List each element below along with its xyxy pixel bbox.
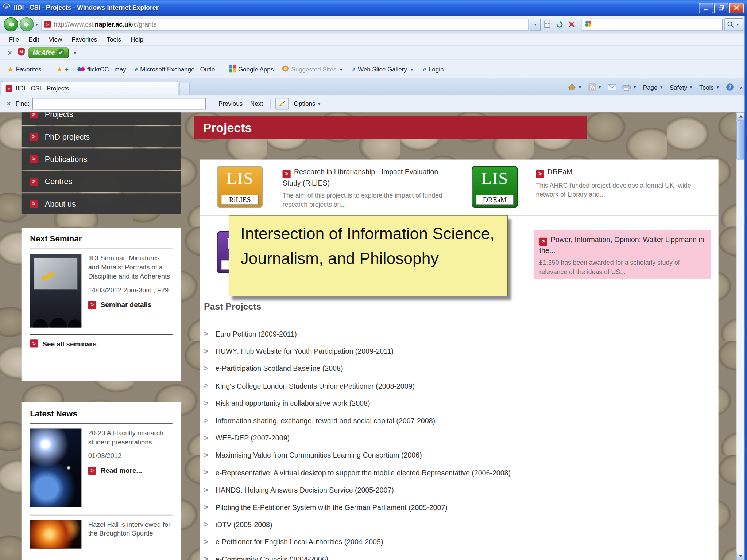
favorites-bar-item-login[interactable]: Login — [419, 64, 447, 75]
past-project-label: Maximising Value from Communities Learni… — [216, 451, 422, 459]
project-description: The aim of this project is to explore th… — [283, 191, 445, 209]
forward-button[interactable] — [20, 17, 34, 31]
menu-help[interactable]: Help — [126, 34, 147, 44]
rilies-logo[interactable]: LIS RiLIES — [217, 166, 263, 208]
address-dropdown-button[interactable]: ▾ — [530, 18, 541, 30]
arrow-icon — [283, 170, 291, 178]
find-previous-button[interactable]: Previous — [216, 98, 245, 109]
past-project-link[interactable]: King's College London Students Union ePe… — [204, 377, 711, 395]
sidebar-item-publications[interactable]: Publications — [22, 149, 181, 170]
favorites-bar-item-flickrcc[interactable]: flickrCC - may — [74, 64, 129, 75]
past-project-link[interactable]: e-Representative: A virtual desktop to s… — [204, 464, 711, 481]
past-project-link[interactable]: Information sharing, exchange, reward an… — [204, 412, 711, 429]
favorites-bar-item-exchange[interactable]: Microsoft Exchange - Outlo... — [131, 64, 223, 75]
past-project-link[interactable]: WEB-DEP (2007-2009) — [204, 429, 711, 447]
read-mail-button[interactable] — [605, 82, 619, 92]
google-icon — [585, 20, 592, 29]
favorites-bar-item-suggested-sites[interactable]: Suggested Sites ▾ — [279, 63, 347, 75]
divider — [30, 249, 173, 249]
safety-menu-button[interactable]: Safety▾ — [667, 82, 696, 93]
menu-view[interactable]: View — [44, 34, 66, 44]
latest-news-heading: Latest News — [30, 409, 173, 419]
search-box[interactable] — [582, 18, 723, 30]
scrollbar-up-button[interactable] — [736, 112, 744, 120]
print-button[interactable]: ▾ — [620, 82, 639, 93]
project-title-link[interactable]: Power, Information, Opinion: Walter Lipp… — [539, 235, 705, 255]
mcafee-toolbar: × M McAfee ▾ — [0, 46, 747, 60]
project-title-link[interactable]: DREaM — [536, 167, 705, 178]
minimize-button[interactable] — [699, 3, 713, 13]
refresh-button[interactable] — [553, 18, 565, 31]
back-button[interactable] — [4, 17, 18, 31]
highlight-all-button[interactable] — [275, 98, 289, 109]
page-menu-button[interactable]: Page▾ — [640, 82, 666, 93]
past-project-link[interactable]: e-Participation Scotland Baseline (2008) — [204, 360, 711, 377]
sidebar-item-centres[interactable]: Centres — [22, 171, 181, 192]
menu-file[interactable]: File — [5, 34, 23, 44]
google-apps-icon — [229, 65, 236, 74]
scrollbar-thumb[interactable] — [736, 120, 744, 159]
find-close-icon[interactable]: × — [5, 100, 13, 108]
favorites-bar-item-web-slice-gallery[interactable]: Web Slice Gallery ▾ — [349, 64, 418, 75]
past-project-link[interactable]: Euro Petition (2009-2011) — [204, 325, 711, 343]
chevron-down-icon: ▾ — [632, 85, 637, 89]
chevron-down-icon: ▾ — [533, 22, 538, 27]
read-more-link[interactable]: Read more... — [88, 466, 173, 475]
stop-button[interactable] — [565, 18, 578, 31]
next-seminar-heading: Next Seminar — [30, 234, 173, 244]
past-projects-heading: Past Projects — [204, 302, 711, 312]
feeds-button[interactable]: ▾ — [586, 81, 605, 93]
sidebar-item-label: PhD projects — [45, 132, 90, 141]
past-project-link[interactable]: HANDS: Helping Answers Decision Service … — [204, 481, 711, 499]
flickr-icon — [77, 66, 85, 73]
past-project-link[interactable]: Piloting the E-Petitioner System with th… — [204, 498, 711, 516]
past-project-link[interactable]: HUWY: Hub Website for Youth Participatio… — [204, 343, 711, 360]
find-input[interactable] — [35, 100, 203, 107]
add-to-favorites-button[interactable]: ★ + — [53, 64, 72, 75]
mcafee-dropdown-chevron[interactable]: ▾ — [73, 50, 78, 55]
compatibility-view-button[interactable] — [541, 18, 553, 31]
sidebar-item-label: Centres — [45, 177, 72, 186]
sidebar-item-projects[interactable]: Projects — [22, 112, 181, 125]
ie-logo-icon: e — [3, 3, 11, 13]
find-options-button[interactable]: Options▾ — [291, 98, 324, 109]
toolbar-close-icon[interactable]: × — [6, 48, 14, 57]
close-button[interactable] — [729, 3, 744, 13]
mcafee-siteadvisor-button[interactable]: McAfee — [28, 47, 69, 58]
sidebar-item-about-us[interactable]: About us — [22, 193, 181, 214]
past-project-link[interactable]: iDTV (2005-2008) — [204, 516, 711, 533]
vertical-scrollbar[interactable] — [736, 112, 744, 560]
dream-logo[interactable]: LIS DREaM — [472, 166, 518, 208]
restore-button[interactable] — [714, 3, 728, 13]
project-card-dream: DREaM This AHRC-funded project develops … — [536, 167, 705, 199]
past-project-link[interactable]: Risk and opportunity in collaborative wo… — [204, 394, 711, 412]
project-title-link[interactable]: Research in Librarianship - Impact Evalu… — [283, 167, 445, 188]
menu-favorites[interactable]: Favorites — [67, 34, 101, 44]
chevron-down-icon: ▾ — [735, 22, 740, 27]
home-button[interactable]: ▾ — [565, 81, 585, 93]
menu-edit[interactable]: Edit — [24, 34, 44, 44]
past-project-link[interactable]: Maximising Value from Communities Learni… — [204, 447, 711, 464]
search-input[interactable] — [594, 21, 720, 28]
tab-iidi-csi-projects[interactable]: IIDI - CSI - Projects — [1, 81, 178, 95]
toolbar-overflow-chevron[interactable]: » — [737, 82, 745, 93]
search-button[interactable]: ▾ — [724, 18, 743, 31]
sidebar-item-phd-projects[interactable]: PhD projects — [22, 126, 181, 147]
favorites-button[interactable]: ★ Favorites — [4, 64, 44, 75]
latest-news-panel: Latest News 20-20 All-faculty research s… — [22, 402, 181, 560]
find-next-button[interactable]: Next — [248, 98, 266, 109]
favorites-bar-item-google-apps[interactable]: Google Apps — [225, 63, 277, 75]
tools-menu-button[interactable]: Tools▾ — [697, 82, 723, 93]
history-dropdown-chevron[interactable]: ▾ — [34, 22, 39, 27]
separator — [49, 65, 49, 74]
past-project-link[interactable]: e-Community Councils (2004-2006) — [204, 551, 711, 560]
new-tab-button[interactable] — [179, 83, 190, 95]
address-bar[interactable]: http://www.csi.napier.ac.uk/c/grants — [41, 18, 528, 30]
scrollbar-down-button[interactable] — [736, 552, 744, 560]
menu-tools[interactable]: Tools — [102, 34, 125, 44]
seminar-details-link[interactable]: Seminar details — [88, 300, 173, 310]
past-project-link[interactable]: e-Petitioner for English Local Authoriti… — [204, 533, 711, 551]
chevron-down-icon: ▾ — [409, 67, 414, 72]
see-all-seminars-link[interactable]: See all seminars — [30, 339, 173, 347]
help-button[interactable]: ? — [724, 81, 736, 93]
